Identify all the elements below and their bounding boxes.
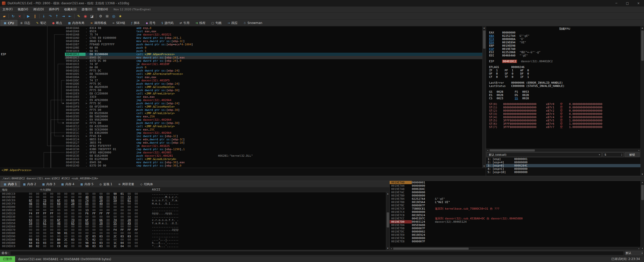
maximize-button[interactable]: □ (622, 0, 633, 7)
disasm-row[interactable]: 00401DDA.85C0test eax,eax (0, 76, 486, 79)
dump-row[interactable]: 0019ED0000000000000000000000000000000000… (0, 205, 389, 209)
disasm-row[interactable]: 00401E27.3B55 F0cmp edx,dword ptr ss:[eb… (0, 141, 486, 144)
disasm-row[interactable]: 00401DBE.6A 00push 0 (0, 46, 486, 49)
dump-row[interactable]: 0019ED9000000000000000002C0303002C030300… (0, 235, 389, 238)
tab-memory-5[interactable]: ▦内存 5 (77, 181, 96, 187)
tab-memory-4[interactable]: ▦内存 4 (58, 181, 77, 187)
favourites-button[interactable]: ★ (117, 13, 124, 19)
dump-row[interactable]: 0019ED70000000000000000000000000F4FFFFFF… (0, 228, 389, 232)
tab-memory-2[interactable]: ▦内存 2 (20, 181, 39, 187)
open-file-button[interactable]: ▰ (1, 13, 8, 19)
register-name[interactable]: ESP (489, 47, 502, 51)
register-row[interactable]: ZF1PF1AF0 (489, 69, 640, 72)
argument-row[interactable]: 4: [esp+C]00000000 (486, 167, 640, 171)
register-row[interactable]: ST(1)00000000000000000000x87r1空0.0000000… (489, 106, 640, 109)
disasm-row[interactable]: 00401E30.83BD 70EDFFFF 01cmp dword ptr s… (0, 148, 486, 151)
tab-threads[interactable]: ⇉线程 (192, 20, 208, 26)
dump-row[interactable]: 0019ED6000000000000000000000000000000000… (0, 225, 389, 228)
menu-item-1[interactable]: 视图(V) (15, 7, 31, 12)
stack-hscrollbar[interactable]: ◄ ► (390, 247, 640, 250)
disasm-row[interactable]: 00401E4D.837D D0 00cmp dword ptr ss:[ebp… (0, 164, 486, 167)
dump-row[interactable]: 0019EDA0B8010000B02C03007C02000000000000… (0, 238, 389, 241)
stack-row[interactable]: 0019E7D000465124daxxor(32).00465124 (390, 220, 644, 223)
stack-row[interactable]: 0019E7C075B0DC81返回到 kernelbase.sub_75B0D… (390, 207, 644, 210)
stack-row[interactable]: 0019E7CC0045397C返回到 daxxor(32).sub_4538A… (390, 217, 644, 220)
scroll-down-icon[interactable]: ▼ (386, 247, 389, 250)
stack-scrollbar[interactable]: ▲ ▼ (640, 181, 644, 250)
disasm-row[interactable]: 00401DD2.FF75 DCpush dword ptr ss:[ebp-2… (0, 69, 486, 72)
stack-row[interactable]: 0019E7AC00000000 (390, 191, 644, 194)
disasm-row[interactable]: 00401DCA.837D DC 00cmp dword ptr ss:[ebp… (0, 59, 486, 62)
register-row[interactable]: GS002BFS0053 (489, 90, 640, 93)
disasm-row[interactable]: 00401E24.8B55 E4mov edx,dword ptr ss:[eb… (0, 138, 486, 141)
stack-row[interactable]: 0019E7E00019E924 (390, 233, 644, 237)
registers-scrollbar[interactable]: ▲ ▼ (640, 26, 644, 176)
stack-row[interactable]: 0019E7DC00000002 (390, 230, 644, 233)
stack-row[interactable]: 0019E7BC0000007F (390, 204, 644, 207)
calling-convention-dropdown[interactable]: 默认 (stdcall) ▾ (487, 152, 602, 157)
register-row[interactable]: CF0TF0IF1 (489, 75, 640, 79)
register-row[interactable]: OF0SF0DF0 (489, 72, 640, 75)
disasm-row[interactable]: 00401DFD.FF75 D0push dword ptr ss:[ebp-3… (0, 108, 486, 112)
menu-item-6[interactable]: 帮助(H) (95, 7, 110, 12)
minimize-button[interactable]: ─ (611, 0, 622, 7)
register-row[interactable]: EAX00000000 (489, 31, 640, 34)
register-row[interactable]: ECX000000DA'Ú' (489, 38, 640, 41)
disasm-row[interactable]: 00401DE6.FF75 D0push dword ptr ss:[ebp-3… (0, 89, 486, 92)
tab-breakpoints[interactable]: ●断点 (49, 20, 65, 26)
hide-fpu-button[interactable]: 隐藏FPU (489, 27, 640, 31)
register-row[interactable]: EIP00401DC2daxxor(32).00401DC2 (489, 60, 640, 63)
tab-log[interactable]: ≣日志 (17, 20, 33, 26)
find-button[interactable]: ◎ (110, 13, 117, 19)
register-row[interactable]: ESP0019E7A0 (489, 47, 640, 51)
stack-row[interactable]: 0019E7C80019E924 (390, 214, 644, 217)
tab-source[interactable]: §源代码 (158, 20, 177, 26)
disasm-row[interactable]: 00401E17.B8 5C020000mov eax,25C (0, 128, 486, 131)
disasm-row[interactable]: 00401DE9.E8 CC2E0600call <JMP.&FreeLibra… (0, 92, 486, 95)
step-over-button[interactable]: ↷ (47, 13, 54, 19)
step-out-button[interactable]: ↑ (54, 13, 60, 19)
run-to-cursor-button[interactable]: ⇥ (60, 13, 67, 19)
dump-row[interactable]: 0019EDB06803030080000000980303001C040000… (0, 241, 389, 245)
dump-row[interactable]: 0019ECD000000000000000004D00690063007200… (0, 195, 389, 199)
tab-seh[interactable]: ∞SEH链 (109, 20, 128, 26)
register-row[interactable]: ST(2)00000000000000000000x87r2空0.0000000… (489, 109, 640, 112)
menu-item-2[interactable]: 调试(D) (31, 7, 47, 12)
disasm-row[interactable]: 00401E21>FF45 E4inc dword ptr ss:[ebp-1C… (0, 135, 486, 138)
disasm-row[interactable]: 00401E3E.68 B1624600push daxxor(32).4662… (0, 154, 486, 157)
scroll-right-icon[interactable]: ► (637, 149, 640, 151)
stack-row[interactable]: 0019E7D80000007F (390, 227, 644, 230)
restart-button[interactable]: ↻ (10, 13, 16, 19)
dump-row[interactable]: 0019ECC000000000000000000000000090010000… (0, 192, 389, 195)
dump-row[interactable]: 0019ED3000000000000000000000000000000000… (0, 215, 389, 218)
stack-row[interactable]: 0019E7B000000000 (390, 194, 644, 197)
scroll-left-icon[interactable]: ◄ (486, 149, 489, 151)
register-row[interactable]: LastStatusC0000008 (STATUS_INVALID_HANDL… (489, 84, 640, 88)
tab-snowman[interactable]: ☃Snowman (240, 20, 265, 26)
spinner-arrows-icon[interactable]: ▴▾ (621, 153, 622, 156)
scroll-up-icon[interactable]: ▲ (641, 26, 644, 29)
scroll-thumb[interactable] (641, 30, 644, 61)
execute-till-return-button[interactable]: ⇤ (67, 13, 73, 19)
stack-row[interactable]: 0019E7D4005E0A08 (390, 223, 644, 227)
register-row[interactable]: ST(3)00000000000000000000x87r3空0.0000000… (489, 112, 640, 116)
stack-row[interactable]: 0019E7B80019E9A4L"HeI UI" (390, 201, 644, 204)
dump-row[interactable]: 0019ED8000000000900100000000000000000000… (0, 232, 389, 235)
register-row[interactable]: EBP0019ED98 (489, 44, 640, 47)
disasm-row[interactable]: 00401E0F>FF75 D0push dword ptr ss:[ebp-3… (0, 121, 486, 125)
tab-references[interactable]: ⇄引用 (177, 20, 192, 26)
disasm-row[interactable]: 00401DD5.E8 78300600call <JMP.&Terminate… (0, 72, 486, 76)
register-row[interactable]: ST(7)3FFF8000000000000000x87r7空1.0000000… (489, 125, 640, 129)
disasm-row[interactable]: 00401DDC.74 17je daxxor(32).401DF5 (0, 79, 486, 82)
stack-row[interactable]: 0019E7E400000000 (390, 237, 644, 240)
disasm-row[interactable]: 00401E0A.E9 95020000jmp daxxor(32).4020A… (0, 118, 486, 121)
dump-row[interactable]: 0019ED20F4FFFFFF00000000F6FFFFFF00000000… (0, 212, 389, 215)
breakpoint-button[interactable]: ◉ (82, 13, 89, 19)
register-row[interactable]: ES002BDS002B (489, 93, 640, 97)
disasm-row[interactable]: 00401DB7.FFB48D FCEFFFFFpush dword ptr s… (0, 43, 486, 46)
disasm-row[interactable]: 00401E48.8945 D0mov dword ptr ss:[ebp-30… (0, 161, 486, 164)
tab-struct[interactable]: ◇结构体 (137, 181, 156, 187)
tab-memory-1[interactable]: ▦内存 1 (1, 181, 20, 187)
disasm-row[interactable]: 00401DEE.33C0xor eax,eax (0, 95, 486, 99)
register-row[interactable]: EBX022527A4&"'gE" (489, 34, 640, 38)
